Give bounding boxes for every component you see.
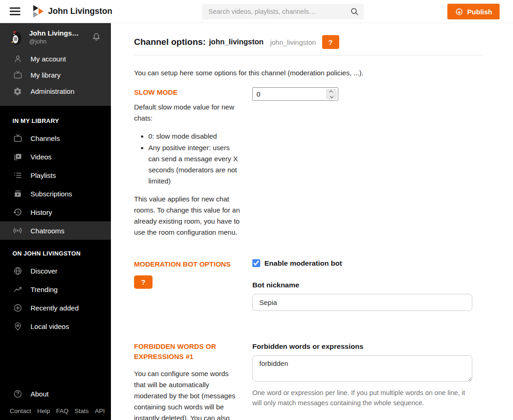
slow-mode-title: SLOW MODE — [134, 87, 240, 97]
slow-mode-description: Default slow mode value for new chats: — [134, 102, 240, 124]
upload-icon — [455, 7, 464, 16]
sidebar-item-my-library[interactable]: My library — [0, 67, 111, 83]
subscriptions-icon — [12, 189, 23, 199]
moderation-bot-section: MODERATION BOT OPTIONS ? Enable moderati… — [134, 259, 483, 311]
slow-mode-input[interactable] — [252, 87, 338, 101]
home-pin-icon — [12, 322, 23, 331]
slow-mode-bullet: Any positive integer: users can send a m… — [148, 142, 240, 187]
header-divider — [134, 55, 483, 55]
forbidden-words-description: You can configure some words that will b… — [134, 368, 240, 420]
footer-link-api[interactable]: API — [95, 408, 105, 414]
trending-icon — [12, 285, 23, 294]
peertube-logo-icon[interactable] — [33, 5, 43, 18]
footer-link-stats[interactable]: Stats — [74, 408, 89, 414]
page-title-channel: john_livingston — [209, 38, 263, 46]
slow-mode-bullet: 0: slow mode disabled — [148, 131, 240, 142]
user-name: John Livings… — [29, 29, 79, 38]
sidebar-item-chatrooms[interactable]: Chatrooms — [0, 221, 111, 240]
moderation-bot-title: MODERATION BOT OPTIONS — [134, 259, 240, 269]
slow-mode-note: This value applies for new chat rooms. T… — [134, 194, 240, 238]
question-circle-icon — [12, 389, 23, 399]
sidebar-item-playlists[interactable]: Playlists — [0, 166, 111, 184]
sidebar-item-history[interactable]: History — [0, 203, 111, 221]
section-header-in-my-library: IN MY LIBRARY — [12, 117, 111, 124]
sidebar-item-about[interactable]: About — [0, 384, 111, 403]
slow-mode-field — [252, 87, 338, 101]
enable-moderation-bot-label: Enable moderation bot — [264, 259, 342, 268]
sidebar-item-recently-added[interactable]: Recently added — [0, 298, 111, 317]
tv-icon — [12, 134, 23, 143]
intro-text: You can setup here some options for this… — [134, 69, 483, 77]
spinner-up-icon[interactable] — [329, 90, 333, 94]
history-icon — [12, 207, 23, 217]
sidebar-item-local-videos[interactable]: Local videos — [0, 317, 111, 335]
globe-icon — [12, 266, 23, 276]
footer-link-help[interactable]: Help — [37, 408, 50, 414]
bot-nickname-label: Bot nickname — [252, 281, 472, 289]
account-menu: My account My library Administration — [0, 48, 111, 106]
main-content: Channel options: john_livingston john_li… — [111, 23, 513, 420]
page-title: Channel options: — [134, 37, 206, 47]
plus-circle-icon — [12, 303, 23, 313]
sidebar-item-subscriptions[interactable]: Subscriptions — [0, 184, 111, 203]
publish-button[interactable]: Publish — [447, 4, 500, 19]
avatar — [8, 30, 24, 45]
footer-link-faq[interactable]: FAQ — [56, 408, 68, 414]
number-spinner[interactable] — [326, 89, 336, 99]
search-icon[interactable] — [350, 7, 359, 16]
forbidden-words-section: FORBIDDEN WORDS OR EXPRESSIONS #1 You ca… — [134, 341, 483, 420]
moderation-bot-help-button[interactable]: ? — [134, 275, 153, 289]
enable-moderation-bot-checkbox[interactable] — [252, 259, 260, 267]
sidebar-item-trending[interactable]: Trending — [0, 280, 111, 298]
bot-nickname-input[interactable] — [252, 294, 472, 311]
user-block[interactable]: John Livings… @john — [0, 23, 111, 48]
sidebar: John Livings… @john My account — [0, 23, 111, 420]
channel-handle: john_livingston — [270, 38, 316, 46]
slow-mode-bullets: 0: slow mode disabled Any positive integ… — [134, 131, 240, 187]
sidebar-footer: Contact Help FAQ Stats API — [0, 408, 111, 420]
section-header-on-instance: ON JOHN LIVINGSTON — [12, 250, 111, 257]
channel-options-help-button[interactable]: ? — [322, 35, 339, 49]
page-header: Channel options: john_livingston john_li… — [134, 35, 483, 49]
enable-moderation-bot-row: Enable moderation bot — [252, 259, 472, 268]
forbidden-words-textarea[interactable]: forbidden — [252, 355, 472, 382]
sidebar-item-administration[interactable]: Administration — [0, 83, 111, 99]
playlist-icon — [12, 170, 23, 180]
spinner-down-icon[interactable] — [330, 94, 333, 98]
instance-title[interactable]: John Livingston — [48, 6, 112, 16]
slow-mode-section: SLOW MODE Default slow mode value for ne… — [134, 87, 483, 238]
forbidden-words-help: One word or expression per line. If you … — [252, 388, 472, 408]
user-icon — [12, 54, 23, 64]
videos-icon — [12, 152, 23, 162]
tv-icon — [12, 70, 23, 80]
forbidden-words-label: Forbidden words or expressions — [252, 342, 472, 351]
forbidden-words-title: FORBIDDEN WORDS OR EXPRESSIONS #1 — [134, 341, 240, 362]
chatrooms-icon — [12, 225, 23, 236]
search-bar — [202, 4, 364, 19]
sidebar-item-videos[interactable]: Videos — [0, 147, 111, 166]
sidebar-item-discover[interactable]: Discover — [0, 262, 111, 280]
footer-link-contact[interactable]: Contact — [10, 408, 31, 414]
sidebar-item-my-account[interactable]: My account — [0, 51, 111, 67]
menu-toggle-icon[interactable] — [10, 7, 20, 15]
sidebar-item-channels[interactable]: Channels — [0, 129, 111, 147]
gear-icon — [12, 87, 23, 96]
notifications-bell-icon[interactable] — [90, 31, 103, 43]
user-handle: @john — [29, 38, 79, 45]
search-input[interactable] — [202, 4, 364, 19]
topbar: John Livingston Publish — [0, 0, 513, 23]
